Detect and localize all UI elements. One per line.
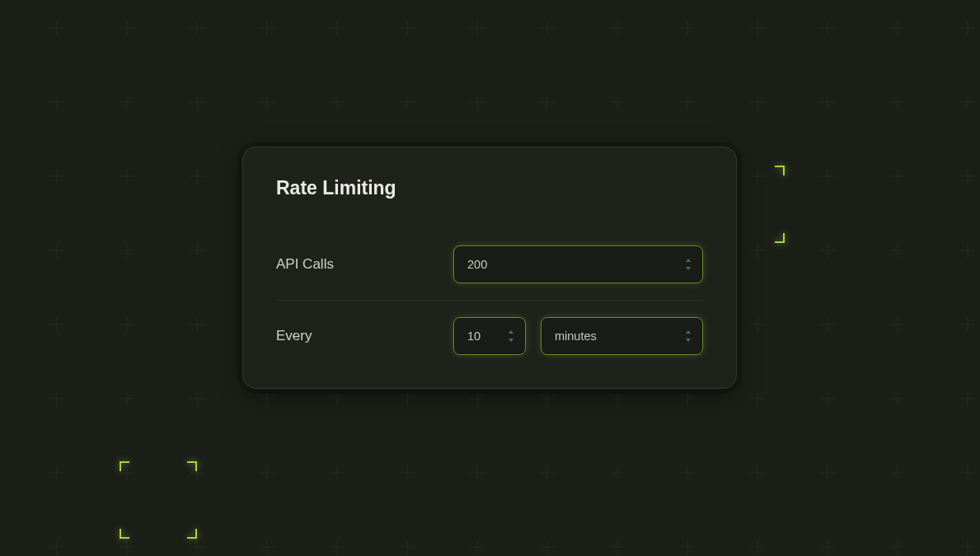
every-quantity-stepper[interactable]: 10 [453,317,526,355]
api-calls-row: API Calls 200 [276,229,703,301]
corner-bracket-icon [120,461,129,471]
corner-bracket-icon [187,529,197,539]
every-label: Every [276,328,453,344]
stepper-icon [684,329,692,343]
api-calls-value: 200 [467,258,674,271]
stepper-icon [507,329,515,343]
every-quantity-value: 10 [467,329,497,343]
every-unit-value: minutes [555,329,674,343]
stepper-icon [684,258,692,271]
corner-bracket-icon [187,461,197,471]
every-row: Every 10 minutes [276,301,703,371]
corner-bracket-icon [775,233,785,243]
corner-bracket-icon [775,166,785,175]
every-unit-select[interactable]: minutes [541,317,703,355]
rate-limiting-card: Rate Limiting API Calls 200 Every 10 min… [242,147,737,389]
card-title: Rate Limiting [276,177,703,199]
api-calls-label: API Calls [276,256,453,273]
corner-bracket-icon [120,529,129,539]
api-calls-stepper[interactable]: 200 [453,245,703,283]
